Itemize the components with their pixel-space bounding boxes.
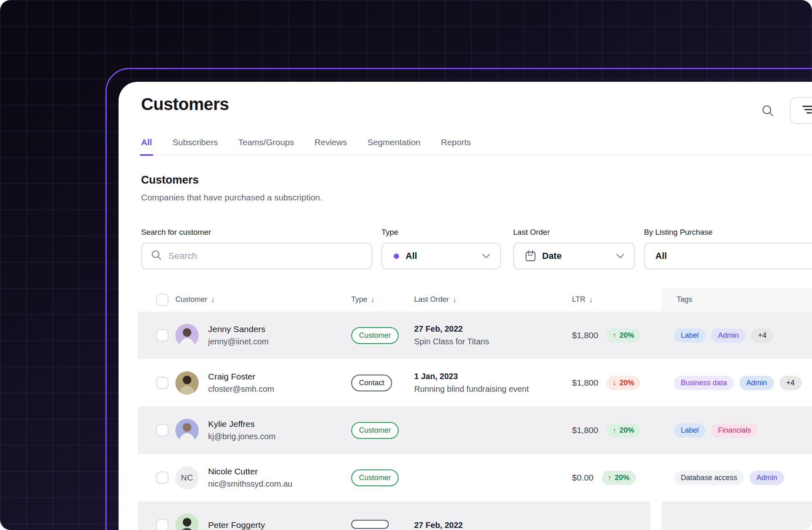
table-row[interactable]: Craig Fostercfoster@smh.comContact1 Jan,… (138, 359, 812, 406)
table-body: Jenny Sandersjenny@iinet.comCustomer27 F… (138, 312, 812, 530)
customers-table: Customer ↓ Type ↓ Last Order ↓ LTR ↓ Ta (138, 287, 812, 530)
tag-overflow-count[interactable]: +4 (779, 376, 802, 390)
search-input-icon (151, 249, 162, 263)
ltr-value: $1,800 (572, 425, 598, 435)
trend-up-icon: ↑ (612, 426, 616, 435)
tag-overflow-count[interactable]: +4 (751, 328, 774, 343)
type-select[interactable]: All (381, 243, 501, 269)
customer-email: cfoster@smh.com (208, 384, 274, 394)
ltr-change-badge: ↓20% (606, 376, 640, 390)
sort-desc-icon: ↓ (589, 295, 593, 304)
chevron-down-icon (482, 251, 490, 261)
tab-subscribers[interactable]: Subscribers (173, 137, 218, 155)
customer-name: Craig Foster (208, 371, 274, 382)
last-order-date: 27 Feb, 2022 (414, 520, 572, 530)
last-order-date: 1 Jan, 2023 (414, 371, 572, 382)
column-header-customer[interactable]: Customer ↓ (175, 295, 351, 304)
tab-segmentation[interactable]: Segmentation (368, 137, 421, 155)
search-filter-label: Search for customer (141, 227, 372, 237)
tag-chip: Business data (674, 376, 734, 390)
customer-name: Jenny Sanders (208, 324, 269, 335)
column-header-ltr[interactable]: LTR ↓ (572, 295, 650, 304)
tag-chip: Label (674, 328, 706, 343)
table-row[interactable]: Kylie Jeffreskj@brig.jones.comCustomer$1… (138, 406, 812, 454)
listing-filter-label: By Listing Purchase (644, 227, 812, 237)
customer-email: nic@smithssyd.com.au (208, 479, 292, 489)
avatar (175, 419, 199, 442)
table-row[interactable]: NCNicole Cutternic@smithssyd.com.auCusto… (138, 454, 812, 501)
tag-chip: Label (674, 423, 706, 438)
tag-chip: Financials (711, 423, 758, 438)
customer-email: jenny@iinet.com (208, 337, 269, 347)
last-order-select-value: Date (542, 251, 562, 261)
trend-down-icon: ↓ (612, 379, 616, 387)
tab-reports[interactable]: Reports (441, 137, 471, 155)
customer-name: Peter Foggerty (208, 520, 265, 530)
table-row[interactable]: Peter Foggerty27 Feb, 2022 (138, 501, 812, 530)
column-header-type[interactable]: Type ↓ (351, 295, 414, 304)
last-order-select[interactable]: Date (513, 243, 635, 269)
ltr-value: $0.00 (572, 473, 594, 483)
listing-select-value: All (655, 251, 667, 261)
last-order-detail: Spin Class for Titans (414, 337, 572, 347)
avatar: NC (175, 466, 199, 490)
calendar-icon (525, 250, 536, 262)
row-checkbox[interactable] (156, 377, 168, 389)
tag-chip: Database access (674, 471, 744, 485)
trend-up-icon: ↑ (608, 474, 612, 482)
tag-chip: Admin (739, 376, 774, 390)
type-badge: Customer (351, 469, 399, 486)
tag-chip: Admin (711, 328, 746, 343)
section-description: Companies that have purchased a subscrip… (141, 192, 812, 203)
customer-name: Kylie Jeffres (208, 419, 276, 429)
table-row[interactable]: Jenny Sandersjenny@iinet.comCustomer27 F… (138, 312, 812, 359)
row-checkbox[interactable] (156, 329, 168, 341)
avatar (175, 514, 199, 530)
row-checkbox[interactable] (156, 472, 168, 484)
sort-desc-icon: ↓ (371, 295, 375, 304)
column-header-tags: Tags (662, 287, 812, 312)
tag-chip: Admin (749, 471, 784, 485)
type-select-value: All (406, 251, 417, 261)
ltr-change-badge: ↑20% (606, 328, 640, 343)
avatar (175, 324, 199, 347)
type-badge: Customer (351, 422, 399, 439)
tab-all[interactable]: All (141, 137, 152, 155)
filter-bar: Search for customer Type All (141, 227, 812, 269)
section-heading: Customers (141, 173, 812, 186)
type-badge (351, 520, 389, 529)
customers-panel: Customers AllSubscribersTeams/GroupsRevi… (119, 82, 812, 530)
last-order-filter-label: Last Order (513, 227, 635, 237)
avatar (175, 371, 199, 395)
column-header-last-order[interactable]: Last Order ↓ (414, 295, 572, 304)
table-header-row: Customer ↓ Type ↓ Last Order ↓ LTR ↓ Ta (138, 287, 812, 312)
ltr-change-badge: ↑20% (606, 423, 640, 438)
search-input[interactable] (168, 250, 372, 262)
type-status-dot (394, 254, 399, 259)
customer-email: kj@brig.jones.com (208, 431, 276, 442)
row-checkbox[interactable] (156, 424, 168, 436)
select-all-checkbox[interactable] (156, 294, 168, 306)
row-checkbox[interactable] (156, 519, 168, 530)
ltr-change-badge: ↑20% (602, 471, 636, 485)
page-title: Customers (141, 94, 812, 115)
tab-reviews[interactable]: Reviews (314, 137, 347, 155)
screen: Customers AllSubscribersTeams/GroupsRevi… (0, 0, 812, 530)
sort-desc-icon: ↓ (211, 295, 215, 304)
tab-bar: AllSubscribersTeams/GroupsReviewsSegment… (141, 137, 812, 155)
last-order-detail: Running blind fundraising event (414, 384, 572, 394)
ltr-value: $1,800 (572, 330, 598, 340)
sort-desc-icon: ↓ (453, 295, 457, 304)
tab-teams-groups[interactable]: Teams/Groups (238, 137, 294, 155)
trend-up-icon: ↑ (612, 331, 616, 340)
customer-search-field[interactable] (141, 243, 372, 269)
filter-lines-icon (801, 103, 812, 118)
customer-name: Nicole Cutter (208, 466, 292, 477)
chevron-down-icon (616, 251, 624, 261)
last-order-date: 27 Feb, 2022 (414, 324, 572, 334)
type-badge: Contact (351, 375, 392, 391)
type-badge: Customer (351, 327, 399, 344)
filter-button[interactable] (790, 97, 812, 124)
listing-select[interactable]: All (644, 243, 812, 269)
search-icon[interactable] (761, 104, 774, 117)
